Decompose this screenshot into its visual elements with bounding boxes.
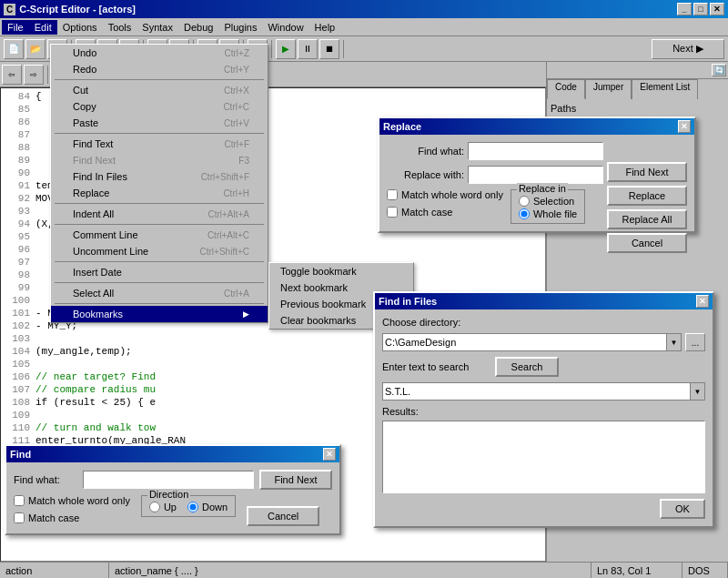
cut-label: Cut [73,85,88,96]
find-match-case-checkbox[interactable] [14,512,25,523]
find-title-text: Find [10,449,31,460]
direction-group: Direction Up Down [141,495,236,517]
menu-item-options[interactable]: Options [57,20,103,35]
inner-toolbar-btn2[interactable]: ⇨ [24,65,44,85]
sep5 [55,261,264,262]
find-files-close-button[interactable]: ✕ [696,295,709,308]
search-text-label-row: Enter text to search Search [382,357,705,377]
dir-combo-text: C:\GameDesign [383,337,666,348]
up-radio[interactable] [149,502,160,512]
choose-dir-label: Choose directory: [382,317,491,328]
menu-item-syntax[interactable]: Syntax [136,20,178,35]
toolbar-run[interactable]: ▶ [276,39,296,59]
menu-copy[interactable]: Copy Ctrl+C [51,98,268,115]
menu-undo[interactable]: Undo Ctrl+Z [51,45,268,61]
find-cancel-button[interactable]: Cancel [247,506,319,526]
find-match-word-row: Match whole word only [14,495,130,506]
title-bar-left: C C-Script Editor - [actors] [4,4,136,15]
down-radio-row: Down [187,502,228,512]
menu-replace[interactable]: Replace Ctrl+H [51,185,268,201]
replace-with-label: Replace with: [387,169,464,180]
menu-find-in-files[interactable]: Find In Files Ctrl+Shift+F [51,168,268,185]
close-button[interactable]: ✕ [710,3,724,15]
toolbar-pause[interactable]: ⏸ [298,39,318,59]
selection-radio-row: Selection [519,196,577,207]
status-action: action [0,563,109,578]
toolbar-next[interactable]: Next ▶ [652,39,724,59]
toolbar-sep6 [343,40,344,58]
indent-all-label: Indent All [73,208,114,219]
menu-bookmarks[interactable]: Bookmarks ▶ [51,306,268,322]
match-case-row: Match case [387,207,503,218]
selection-radio[interactable] [519,196,530,207]
menu-uncomment-line[interactable]: Uncomment Line Ctrl+Shift+C [51,243,268,259]
inner-toolbar-btn1[interactable]: ⇦ [2,65,22,85]
match-whole-word-checkbox[interactable] [387,189,398,200]
inner-sep1 [47,66,48,84]
undo-label: Undo [73,47,96,58]
minimize-button[interactable]: _ [677,3,692,15]
find-in-files-dialog: Find in Files ✕ Choose directory: C:\Gam… [373,291,714,528]
replace-find-label: Find what: [387,146,464,157]
menu-paste[interactable]: Paste Ctrl+V [51,115,268,131]
search-combo-dropdown[interactable]: ▼ [690,383,704,400]
find-match-word-checkbox[interactable] [14,495,25,506]
replace-close-button[interactable]: ✕ [678,120,691,133]
menu-cut[interactable]: Cut Ctrl+X [51,82,268,98]
menu-item-edit[interactable]: Edit [29,20,57,35]
menu-item-plugins[interactable]: Plugins [218,20,262,35]
menu-find-next[interactable]: Find Next F3 [51,152,268,168]
find-left-options: Match whole word only Match case [14,495,130,526]
replace-button[interactable]: Replace [607,186,687,206]
menu-comment-line[interactable]: Comment Line Ctrl+Alt+C [51,227,268,243]
find-next-button[interactable]: Find Next [259,470,332,490]
redo-label: Redo [73,64,96,75]
menu-select-all[interactable]: Select All Ctrl+A [51,285,268,301]
selection-label: Selection [533,196,574,207]
sep6 [55,282,264,283]
indent-all-shortcut: Ctrl+Alt+A [207,209,249,219]
find-close-button[interactable]: ✕ [323,448,336,461]
menu-item-file[interactable]: File [2,20,29,35]
maximize-button[interactable]: □ [693,3,708,15]
dir-combo[interactable]: C:\GameDesign ▼ [382,333,682,351]
find-files-title-text: Find in Files [379,296,437,307]
menu-item-help[interactable]: Help [309,20,341,35]
replace-all-button[interactable]: Replace All [607,209,687,229]
insert-date-label: Insert Date [73,267,122,278]
down-radio[interactable] [187,502,198,512]
replace-find-input[interactable] [468,142,603,160]
menu-item-debug[interactable]: Debug [178,20,218,35]
undo-shortcut: Ctrl+Z [225,48,250,58]
menu-indent-all[interactable]: Indent All Ctrl+Alt+A [51,206,268,222]
menu-find-text[interactable]: Find Text Ctrl+F [51,136,268,152]
replace-with-input[interactable] [468,166,603,184]
results-label: Results: [382,406,705,417]
toolbar-sep5 [271,40,272,58]
find-dialog: Find ✕ Find what: Find Next Match whole … [5,444,341,535]
replace-find-next-button[interactable]: Find Next [607,162,687,182]
select-all-shortcut: Ctrl+A [224,289,249,299]
submenu-toggle-bookmark[interactable]: Toggle bookmark [269,263,413,279]
dir-combo-dropdown[interactable]: ▼ [666,334,681,350]
tab-element-list[interactable]: Element List [632,79,698,99]
search-combo[interactable]: S.T.L. ▼ [382,382,705,401]
find-files-ok-button[interactable]: OK [660,499,705,519]
uncomment-line-label: Uncomment Line [73,246,148,257]
match-case-checkbox[interactable] [387,207,398,218]
menu-insert-date[interactable]: Insert Date [51,264,268,280]
find-what-input[interactable] [83,471,254,489]
replace-cancel-button[interactable]: Cancel [607,233,687,253]
menu-item-tools[interactable]: Tools [103,20,137,35]
tab-code[interactable]: Code [547,79,585,99]
toolbar-new[interactable]: 📄 [4,39,24,59]
whole-file-radio[interactable] [519,208,530,219]
search-button[interactable]: Search [495,357,559,377]
toolbar-stop[interactable]: ⏹ [319,39,339,59]
tab-jumper[interactable]: Jumper [585,79,632,99]
dir-browse-button[interactable]: ... [685,333,705,351]
menu-item-window[interactable]: Window [262,20,308,35]
menu-redo[interactable]: Redo Ctrl+Y [51,61,268,77]
right-panel-restore[interactable]: 🔄 [712,64,726,76]
toolbar-open[interactable]: 📂 [25,39,46,59]
